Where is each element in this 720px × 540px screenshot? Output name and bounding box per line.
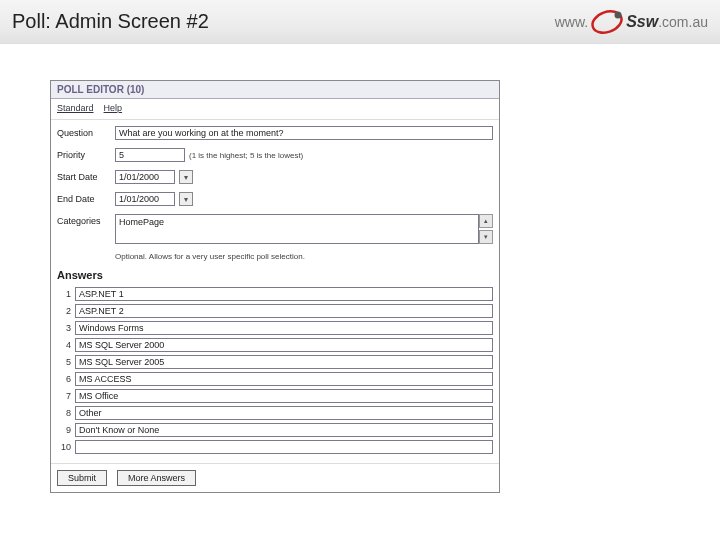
- answer-row: 10: [57, 440, 493, 454]
- editor-form: Question Priority (1 is the highest; 5 i…: [51, 120, 499, 463]
- category-item[interactable]: HomePage: [119, 217, 475, 227]
- answer-input[interactable]: [75, 304, 493, 318]
- answer-row: 8: [57, 406, 493, 420]
- logo-www: www.: [555, 14, 588, 30]
- calendar-icon[interactable]: ▾: [179, 192, 193, 206]
- categories-scrollbar[interactable]: ▴ ▾: [479, 214, 493, 244]
- page-title: Poll: Admin Screen #2: [12, 10, 209, 33]
- answer-number: 1: [57, 289, 71, 299]
- submit-button[interactable]: Submit: [57, 470, 107, 486]
- priority-input[interactable]: [115, 148, 185, 162]
- end-date-input[interactable]: [115, 192, 175, 206]
- row-priority: Priority (1 is the highest; 5 is the low…: [57, 148, 493, 162]
- answer-input[interactable]: [75, 440, 493, 454]
- editor-title: POLL EDITOR (10): [51, 81, 499, 99]
- answer-number: 4: [57, 340, 71, 350]
- logo-tld: .com.au: [658, 14, 708, 30]
- answers-list: 12345678910: [57, 287, 493, 454]
- answer-number: 5: [57, 357, 71, 367]
- row-question: Question: [57, 126, 493, 140]
- answer-number: 8: [57, 408, 71, 418]
- categories-listbox[interactable]: HomePage: [115, 214, 479, 244]
- start-date-input[interactable]: [115, 170, 175, 184]
- answer-row: 6: [57, 372, 493, 386]
- tab-standard[interactable]: Standard: [57, 103, 94, 113]
- answers-heading: Answers: [57, 269, 493, 281]
- answer-number: 2: [57, 306, 71, 316]
- spacer: [0, 44, 720, 80]
- answer-input[interactable]: [75, 372, 493, 386]
- answer-input[interactable]: [75, 389, 493, 403]
- answer-row: 5: [57, 355, 493, 369]
- answer-input[interactable]: [75, 287, 493, 301]
- question-input[interactable]: [115, 126, 493, 140]
- label-priority: Priority: [57, 148, 115, 160]
- tab-help[interactable]: Help: [104, 103, 123, 113]
- answer-number: 3: [57, 323, 71, 333]
- editor-tab-bar: Standard Help: [51, 99, 499, 120]
- logo-text: Ssw: [626, 13, 658, 31]
- label-end-date: End Date: [57, 192, 115, 204]
- answer-row: 7: [57, 389, 493, 403]
- answer-number: 9: [57, 425, 71, 435]
- row-categories-note: Optional. Allows for a very user specifi…: [57, 252, 493, 261]
- ssw-orbit-icon: [590, 7, 624, 37]
- scroll-down-icon[interactable]: ▾: [479, 230, 493, 244]
- answer-row: 2: [57, 304, 493, 318]
- categories-note: Optional. Allows for a very user specifi…: [115, 252, 305, 261]
- label-start-date: Start Date: [57, 170, 115, 182]
- ssw-logo: www. Ssw .com.au: [555, 7, 708, 37]
- answer-input[interactable]: [75, 406, 493, 420]
- calendar-icon[interactable]: ▾: [179, 170, 193, 184]
- answer-input[interactable]: [75, 423, 493, 437]
- more-answers-button[interactable]: More Answers: [117, 470, 196, 486]
- row-categories: Categories HomePage ▴ ▾: [57, 214, 493, 244]
- row-start-date: Start Date ▾: [57, 170, 493, 184]
- poll-editor-window: POLL EDITOR (10) Standard Help Question …: [50, 80, 500, 493]
- label-categories: Categories: [57, 214, 115, 226]
- slide-header: Poll: Admin Screen #2 www. Ssw .com.au: [0, 0, 720, 44]
- answer-row: 1: [57, 287, 493, 301]
- answer-input[interactable]: [75, 321, 493, 335]
- editor-buttons: Submit More Answers: [51, 463, 499, 492]
- answer-input[interactable]: [75, 355, 493, 369]
- priority-note: (1 is the highest; 5 is the lowest): [189, 151, 303, 160]
- answer-number: 6: [57, 374, 71, 384]
- label-question: Question: [57, 126, 115, 138]
- svg-point-1: [615, 11, 622, 18]
- answer-number: 7: [57, 391, 71, 401]
- answer-number: 10: [57, 442, 71, 452]
- answer-input[interactable]: [75, 338, 493, 352]
- scroll-up-icon[interactable]: ▴: [479, 214, 493, 228]
- answer-row: 4: [57, 338, 493, 352]
- answer-row: 9: [57, 423, 493, 437]
- row-end-date: End Date ▾: [57, 192, 493, 206]
- answer-row: 3: [57, 321, 493, 335]
